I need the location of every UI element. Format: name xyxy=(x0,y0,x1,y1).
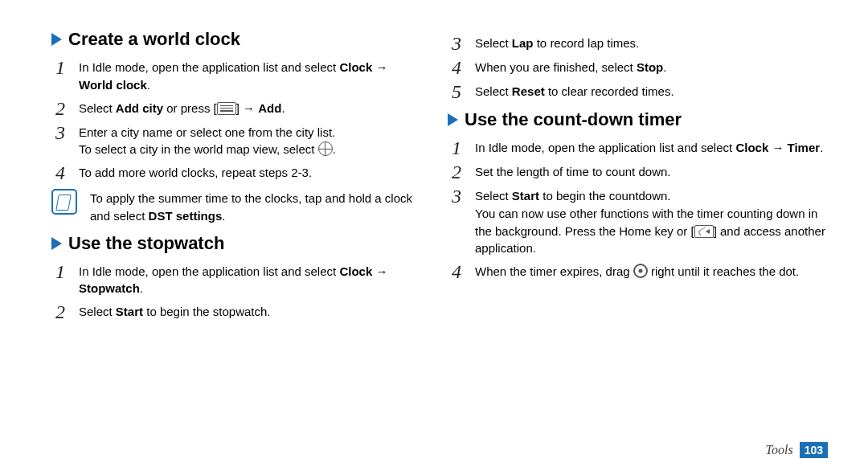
step-item: 4 When you are finished, select Stop. xyxy=(448,56,828,77)
note-body: To apply the summer time to the clocks, … xyxy=(87,187,416,225)
steps-stopwatch-continued: 3 Select Lap to record lap times. 4 When… xyxy=(448,32,828,101)
step-body: Select Start to begin the countdown. You… xyxy=(475,185,828,257)
step-item: 3 Enter a city name or select one from t… xyxy=(51,121,416,159)
step-item: 1 In Idle mode, open the application lis… xyxy=(51,260,416,298)
step-number: 4 xyxy=(448,260,465,281)
step-item: 2 Select Start to begin the stopwatch. xyxy=(51,301,416,322)
heading-text: Use the count-down timer xyxy=(465,109,682,130)
step-body: When you are finished, select Stop. xyxy=(475,56,828,76)
step-body: Select Add city or press [] → Add. xyxy=(79,97,416,117)
footer-page-number: 103 xyxy=(800,442,828,458)
step-number: 4 xyxy=(448,56,465,77)
chevron-right-icon xyxy=(51,237,62,250)
step-item: 2 Select Add city or press [] → Add. xyxy=(51,97,416,118)
step-number: 3 xyxy=(448,32,465,53)
chevron-right-icon xyxy=(51,33,62,46)
step-body: In Idle mode, open the application list … xyxy=(79,260,416,298)
step-number: 1 xyxy=(51,56,69,77)
steps-use-stopwatch: 1 In Idle mode, open the application lis… xyxy=(51,260,416,322)
step-number: 2 xyxy=(51,301,69,322)
step-number: 3 xyxy=(51,121,69,142)
step-item: 3 Select Lap to record lap times. xyxy=(448,32,828,53)
step-body: In Idle mode, open the application list … xyxy=(475,137,828,157)
step-body: Select Start to begin the stopwatch. xyxy=(79,301,416,321)
step-item: 4 When the timer expires, drag right unt… xyxy=(448,260,828,281)
back-key-icon xyxy=(694,225,714,238)
note-icon xyxy=(51,189,77,215)
step-number: 1 xyxy=(448,137,465,158)
chevron-right-icon xyxy=(448,113,458,126)
step-body: To add more world clocks, repeat steps 2… xyxy=(79,162,416,182)
menu-key-icon xyxy=(217,102,236,115)
heading-create-world-clock: Create a world clock xyxy=(51,29,416,50)
note-dst: To apply the summer time to the clocks, … xyxy=(51,187,416,225)
footer-section-name: Tools xyxy=(766,443,793,457)
heading-use-countdown-timer: Use the count-down timer xyxy=(448,109,828,130)
step-item: 1 In Idle mode, open the application lis… xyxy=(51,56,416,94)
steps-create-world-clock: 1 In Idle mode, open the application lis… xyxy=(51,56,416,182)
step-item: 5 Select Reset to clear recorded times. xyxy=(448,80,828,101)
page-footer: Tools 103 xyxy=(766,442,828,458)
step-body: When the timer expires, drag right until… xyxy=(475,260,828,281)
step-item: 2 Set the length of time to count down. xyxy=(448,161,828,182)
step-body: In Idle mode, open the application list … xyxy=(79,56,416,94)
step-body: Select Lap to record lap times. xyxy=(475,32,828,52)
globe-icon xyxy=(318,141,333,156)
step-number: 2 xyxy=(51,97,69,118)
step-body: Select Reset to clear recorded times. xyxy=(475,80,828,100)
step-item: 1 In Idle mode, open the application lis… xyxy=(448,137,828,158)
step-item: 3 Select Start to begin the countdown. Y… xyxy=(448,185,828,257)
heading-text: Use the stopwatch xyxy=(68,233,224,254)
timer-ring-icon xyxy=(633,264,648,278)
step-number: 2 xyxy=(448,161,465,182)
heading-use-stopwatch: Use the stopwatch xyxy=(51,233,416,254)
step-number: 4 xyxy=(51,162,69,182)
step-number: 3 xyxy=(448,185,465,206)
step-body: Enter a city name or select one from the… xyxy=(79,121,416,159)
step-number: 1 xyxy=(51,260,69,281)
steps-countdown-timer: 1 In Idle mode, open the application lis… xyxy=(448,137,828,281)
step-item: 4 To add more world clocks, repeat steps… xyxy=(51,162,416,182)
step-body: Set the length of time to count down. xyxy=(475,161,828,181)
step-number: 5 xyxy=(448,80,465,101)
heading-text: Create a world clock xyxy=(68,29,240,50)
